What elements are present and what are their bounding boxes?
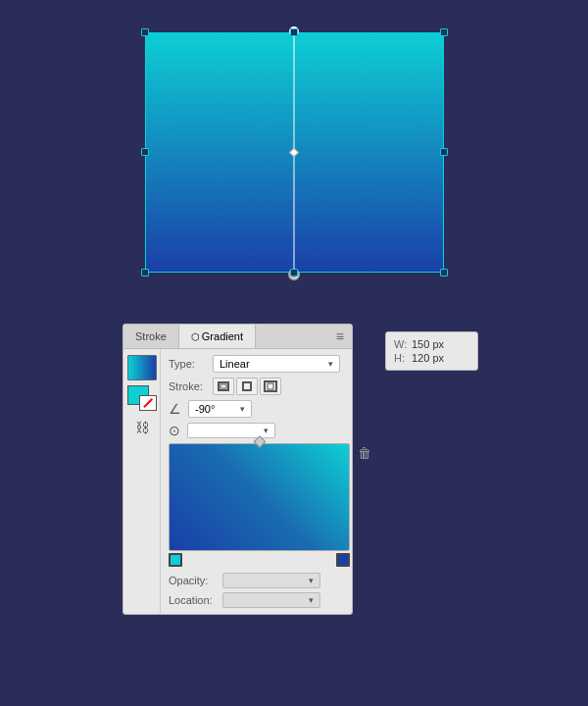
opacity-chevron-icon: ▾: [309, 576, 314, 585]
angle-control: ∠ -90° ▾: [169, 400, 252, 418]
svg-rect-3: [268, 383, 273, 389]
type-dropdown[interactable]: Linear ▾: [213, 355, 340, 373]
opacity-label: Opacity:: [169, 575, 222, 586]
stroke-align-inside-btn[interactable]: [213, 378, 234, 395]
gradient-swatch[interactable]: [127, 355, 157, 380]
handle-top-right[interactable]: [440, 28, 448, 36]
stroke-label: Stroke:: [169, 380, 213, 392]
dimension-box: W: 150 px H: 120 px: [385, 331, 478, 371]
handle-bottom-right[interactable]: [440, 269, 448, 277]
gradient-preview[interactable]: [169, 443, 350, 551]
stroke-align-outside-btn[interactable]: [260, 378, 281, 395]
opacity-row: Opacity: ▾: [169, 573, 350, 588]
angle-row: ∠ -90° ▾: [169, 400, 350, 418]
stroke-swatch: [139, 395, 157, 411]
type-label: Type:: [169, 358, 213, 370]
handle-mid-right[interactable]: [440, 148, 448, 156]
svg-rect-2: [243, 382, 251, 390]
handle-mid-left[interactable]: [141, 148, 149, 156]
angle-dropdown[interactable]: -90° ▾: [188, 400, 252, 418]
w-value: 150 px: [412, 338, 444, 350]
stroke-row: Stroke:: [169, 378, 350, 395]
gradient-start-stop[interactable]: [169, 553, 182, 567]
type-value: Linear: [220, 358, 250, 370]
gradient-shape[interactable]: [145, 32, 444, 273]
angle-icon: ∠: [169, 401, 181, 417]
gradient-end-stop[interactable]: [336, 553, 350, 567]
svg-rect-1: [220, 384, 226, 388]
offset-icon: ⊙: [169, 423, 180, 438]
tab-stroke[interactable]: Stroke: [123, 325, 179, 348]
gradient-strip-wrapper: 🗑: [169, 443, 350, 551]
handle-bottom-center[interactable]: [290, 269, 298, 277]
type-row: Type: Linear ▾: [169, 355, 350, 373]
h-value: 120 px: [412, 352, 444, 364]
stroke-icons: [213, 378, 281, 395]
handle-top-left[interactable]: [141, 28, 149, 36]
handle-top-center[interactable]: [290, 28, 298, 36]
canvas: [0, 0, 588, 304]
location-row: Location: ▾: [169, 592, 350, 608]
offset-chevron-icon: ▾: [264, 426, 269, 435]
panel-content: ⛓ Type: Linear ▾ Stroke:: [123, 349, 352, 614]
angle-value: -90°: [195, 403, 215, 415]
stroke-swatch-container[interactable]: [127, 385, 157, 411]
gradient-midpoint-handle[interactable]: [289, 148, 299, 158]
location-chevron-icon: ▾: [309, 595, 314, 605]
h-label: H:: [394, 352, 408, 364]
handle-bottom-left[interactable]: [141, 269, 149, 277]
offset-dropdown[interactable]: ▾: [187, 423, 275, 438]
shape-container[interactable]: [145, 32, 444, 273]
angle-chevron-icon: ▾: [240, 404, 245, 414]
panel-tabs: Stroke ⬡Gradient ≡: [123, 325, 352, 349]
delete-gradient-btn[interactable]: 🗑: [358, 445, 371, 461]
tab-gradient[interactable]: ⬡Gradient: [179, 325, 256, 348]
w-label: W:: [394, 338, 408, 350]
chevron-down-icon: ▾: [328, 359, 333, 369]
location-dropdown[interactable]: ▾: [222, 592, 320, 608]
panel-menu-icon[interactable]: ≡: [328, 325, 352, 348]
stroke-align-center-btn[interactable]: [236, 378, 258, 395]
location-label: Location:: [169, 594, 222, 606]
link-icon[interactable]: ⛓: [127, 416, 157, 439]
properties-panel: Stroke ⬡Gradient ≡ ⛓ Type:: [122, 324, 353, 615]
panel-main: Type: Linear ▾ Stroke:: [161, 349, 358, 614]
swatches-column: ⛓: [123, 349, 161, 614]
opacity-dropdown[interactable]: ▾: [222, 573, 320, 588]
